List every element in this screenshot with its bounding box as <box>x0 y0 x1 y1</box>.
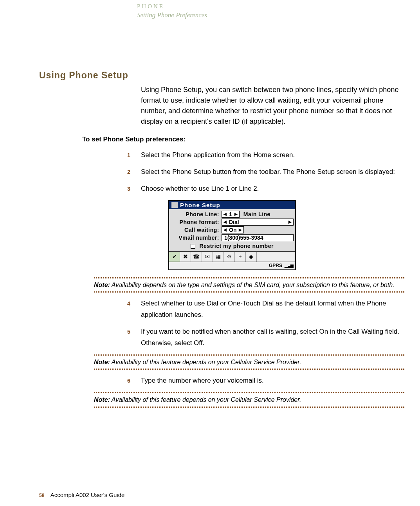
ok-button[interactable]: ✔ <box>169 252 180 262</box>
vmail-number-input[interactable]: 1(800)555-3984 <box>222 234 294 241</box>
arrow-left-icon[interactable]: ◀ <box>223 212 227 216</box>
step-1: 1 Select the Phone application from the … <box>127 150 404 161</box>
arrow-right-icon[interactable]: ▶ <box>288 220 292 224</box>
note-label: Note: <box>94 359 110 365</box>
label-phone-format: Phone format: <box>171 219 222 225</box>
step-number: 4 <box>127 298 141 321</box>
phone-line-selector[interactable]: ◀ 1 ▶ <box>222 211 240 218</box>
row-phone-line: Phone Line: ◀ 1 ▶ Main Line <box>171 211 294 218</box>
services-button[interactable]: ◆ <box>246 252 257 262</box>
step-5: 5 If you want to be notified when anothe… <box>127 326 404 349</box>
step-text: If you want to be notified when another … <box>141 326 404 349</box>
phone-setup-screenshot: Phone Setup Phone Line: ◀ 1 ▶ Main Line … <box>168 200 404 270</box>
step-text: Select the Phone application from the Ho… <box>141 150 404 161</box>
restrict-checkbox[interactable] <box>191 244 195 249</box>
dialpad-button[interactable]: ▦ <box>213 252 224 262</box>
header-category: PHONE <box>137 3 404 10</box>
phone-icon <box>171 202 178 208</box>
row-restrict-number: Restrict my phone number <box>171 242 294 251</box>
page-footer: 58 Accompli A002 User's Guide <box>39 492 124 498</box>
restrict-label: Restrict my phone number <box>200 243 274 249</box>
phone-format-value: Dial <box>227 219 288 225</box>
label-vmail-number: Vmail number: <box>171 235 222 241</box>
arrow-right-icon[interactable]: ▶ <box>234 212 238 216</box>
row-phone-format: Phone format: ◀ Dial ▶ <box>171 219 294 226</box>
header-subtitle: Setting Phone Preferences <box>137 11 404 19</box>
guide-title: Accompli A002 User's Guide <box>50 492 125 498</box>
note-text: Availability depends on the type and set… <box>110 282 395 288</box>
note-3: Note: Availability of this feature depen… <box>94 392 404 408</box>
step-3: 3 Choose whether to use Line 1 or Line 2… <box>127 183 404 195</box>
step-number: 2 <box>127 166 141 178</box>
phone-line-name: Main Line <box>243 211 270 217</box>
section-intro: Using Phone Setup, you can switch betwee… <box>141 85 404 127</box>
gprs-indicator: GPRS <box>269 263 282 268</box>
history-button[interactable]: ☎ <box>191 252 202 262</box>
label-phone-line: Phone Line: <box>171 211 222 217</box>
note-1: Note: Availability depends on the type a… <box>94 277 404 293</box>
arrow-right-icon[interactable]: ▶ <box>238 228 243 232</box>
call-waiting-value: On <box>227 227 238 233</box>
status-bar: GPRS ▂▄▆ <box>169 262 295 269</box>
step-text: Choose whether to use Line 1 or Line 2. <box>141 183 404 195</box>
window-titlebar: Phone Setup <box>169 201 295 209</box>
note-2: Note: Availability of this feature depen… <box>94 354 404 370</box>
step-number: 5 <box>127 326 141 349</box>
step-number: 1 <box>127 150 141 161</box>
window-body: Phone Line: ◀ 1 ▶ Main Line Phone format… <box>169 209 295 251</box>
step-2: 2 Select the Phone Setup button from the… <box>127 166 404 178</box>
phone-setup-window: Phone Setup Phone Line: ◀ 1 ▶ Main Line … <box>168 200 296 270</box>
toolbar: ✔ ✖ ☎ ✉ ▦ ⚙ + ◆ <box>169 251 295 262</box>
step-text: Select whether to use Dial or One-Touch … <box>141 298 404 321</box>
note-text: Availability of this feature depends on … <box>110 359 301 365</box>
arrow-left-icon[interactable]: ◀ <box>223 220 227 224</box>
step-4: 4 Select whether to use Dial or One-Touc… <box>127 298 404 321</box>
step-text: Select the Phone Setup button from the t… <box>141 166 404 178</box>
note-label: Note: <box>94 396 110 403</box>
voicemail-button[interactable]: ✉ <box>202 252 213 262</box>
add-contact-button[interactable]: + <box>235 252 246 262</box>
procedure-heading: To set Phone Setup preferences: <box>82 136 404 143</box>
call-waiting-selector[interactable]: ◀ On ▶ <box>222 226 244 233</box>
section-title: Using Phone Setup <box>39 70 404 81</box>
label-call-waiting: Call waiting: <box>171 227 222 233</box>
step-number: 3 <box>127 183 141 195</box>
page-number: 58 <box>39 493 44 498</box>
signal-icon: ▂▄▆ <box>285 264 294 268</box>
window-title: Phone Setup <box>180 202 220 208</box>
arrow-left-icon[interactable]: ◀ <box>223 228 227 232</box>
settings-button[interactable]: ⚙ <box>224 252 235 262</box>
step-number: 6 <box>127 375 141 387</box>
tools-button[interactable]: ✖ <box>180 252 191 262</box>
phone-format-selector[interactable]: ◀ Dial ▶ <box>222 219 294 226</box>
note-text: Availability of this feature depends on … <box>110 396 301 403</box>
note-label: Note: <box>94 282 110 288</box>
row-vmail-number: Vmail number: 1(800)555-3984 <box>171 234 294 241</box>
phone-line-value: 1 <box>227 211 234 217</box>
step-text: Type the number where your voicemail is. <box>141 375 404 387</box>
row-call-waiting: Call waiting: ◀ On ▶ <box>171 226 294 233</box>
vmail-number-value: 1(800)555-3984 <box>223 235 265 241</box>
page-header: PHONE Setting Phone Preferences <box>137 3 404 19</box>
step-6: 6 Type the number where your voicemail i… <box>127 375 404 387</box>
